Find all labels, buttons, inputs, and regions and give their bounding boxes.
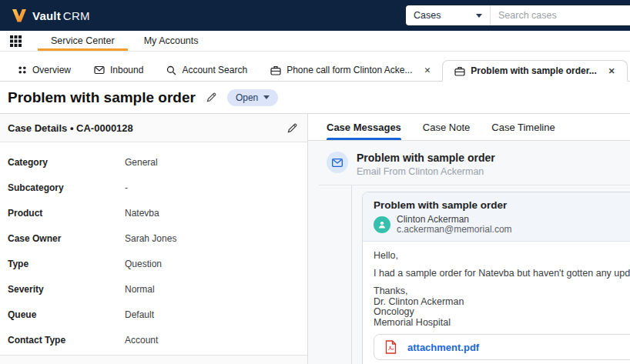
case-messages-content: Problem with sample order Email From Cli…: [308, 141, 630, 364]
thread-header-text: Problem with sample order Email From Cli…: [357, 152, 495, 177]
tab-overview[interactable]: Overview: [6, 59, 82, 81]
field-type: Type Question: [0, 251, 307, 276]
closing-line: Memorial Hospital: [374, 318, 630, 329]
main-content: Case Details • CA-0000128 Category Gener…: [0, 114, 630, 364]
sender-email: c.ackerman@memorial.com: [397, 225, 512, 235]
field-label: Product: [8, 208, 125, 219]
message-body: Hello, I had a sample order for Natevba …: [363, 242, 630, 364]
field-value: Natevba: [125, 208, 159, 219]
field-label: Contact Type: [8, 335, 125, 346]
field-value: General: [125, 157, 158, 168]
tab-label: Case Note: [423, 122, 470, 133]
tab-label: Inbound: [110, 65, 143, 75]
field-label: Subcategory: [8, 182, 125, 193]
field-value: Normal: [125, 284, 155, 295]
global-search: Cases: [406, 5, 630, 25]
field-severity: Severity Normal: [0, 276, 307, 302]
email-message-card: Problem with sample order Clinton Ac: [362, 192, 630, 364]
field-contact-type: Contact Type Account: [0, 327, 307, 352]
workspace-tab-bar: Overview Inbound Account Search Phone ca…: [0, 52, 630, 82]
message-thread-item: Problem with sample order Clinton Ac: [351, 185, 630, 364]
closing-line: Thanks,: [374, 286, 630, 297]
thread-subtitle: Email From Clinton Ackerman: [357, 166, 495, 177]
thread-title: Problem with sample order: [357, 152, 495, 164]
brand-text: VaultCRM: [32, 9, 90, 22]
inbox-icon: [94, 65, 105, 75]
app-nav: Service Center My Accounts: [0, 31, 630, 52]
edit-title-pencil-icon[interactable]: [206, 92, 217, 103]
tab-problem-with-sample-order[interactable]: Problem with sample order... ✕: [442, 60, 627, 82]
tab-label: Problem with sample order...: [471, 65, 596, 76]
case-fields: Category General Subcategory - Product N…: [0, 142, 307, 352]
tab-case-note[interactable]: Case Note: [423, 114, 470, 140]
vault-crm-logo: VaultCRM: [11, 8, 90, 23]
field-value: Question: [125, 259, 162, 269]
tab-label: Phone call form Clinton Acke...: [287, 65, 412, 75]
case-status-badge[interactable]: Open: [227, 89, 278, 106]
field-value: -: [125, 182, 128, 193]
tab-inbound[interactable]: Inbound: [82, 59, 155, 81]
tab-case-messages[interactable]: Case Messages: [327, 114, 401, 140]
app-tab-service-center[interactable]: Service Center: [36, 31, 129, 51]
app-launcher-icon[interactable]: [9, 31, 22, 51]
pdf-file-icon: [385, 340, 397, 354]
tab-label: Account Search: [182, 65, 247, 75]
tab-label: Case Timeline: [491, 122, 555, 133]
closing-line: Dr. Clinton Ackerman: [374, 297, 630, 308]
search-icon: [166, 65, 176, 75]
app-tab-my-accounts[interactable]: My Accounts: [129, 31, 213, 51]
chevron-down-icon: [476, 14, 482, 18]
sender-avatar: [374, 216, 390, 233]
tab-account-search[interactable]: Account Search: [155, 59, 259, 81]
tab-label: Case Messages: [327, 122, 401, 133]
tab-question-about-sample[interactable]: Question about sample or: [628, 59, 630, 81]
field-label: Category: [8, 157, 125, 168]
page-title: Problem with sample order: [8, 89, 196, 106]
sender-info: Clinton Ackerman c.ackerman@memorial.com: [397, 215, 512, 235]
case-panel-tabs: Case Messages Case Note Case Timeline: [308, 114, 630, 141]
sender-row: Clinton Ackerman c.ackerman@memorial.com: [374, 215, 630, 235]
field-label: Queue: [8, 309, 125, 320]
tab-phone-call-form[interactable]: Phone call form Clinton Acke... ✕: [259, 59, 442, 81]
search-scope-select[interactable]: Cases: [406, 5, 490, 25]
body-greeting: Hello,: [374, 251, 630, 261]
field-queue: Queue Default: [0, 302, 307, 327]
status-label: Open: [236, 92, 258, 103]
case-details-title: Case Details • CA-0000128: [8, 122, 133, 134]
field-value: Sarah Jones: [125, 233, 176, 244]
body-closing: Thanks, Dr. Clinton Ackerman Oncology Me…: [374, 286, 630, 328]
page-title-row: Problem with sample order Open: [0, 82, 630, 114]
close-icon[interactable]: ✕: [424, 65, 431, 75]
tab-label: Overview: [32, 65, 71, 75]
case-details-header: Case Details • CA-0000128: [0, 114, 307, 142]
vault-crm-app: VaultCRM Cases Service Center My Ac: [0, 0, 630, 364]
attachment-chip[interactable]: attachment.pdf: [374, 334, 630, 360]
tab-case-timeline[interactable]: Case Timeline: [491, 114, 555, 140]
field-value: Account: [125, 335, 158, 346]
app-tab-label: My Accounts: [144, 35, 199, 46]
field-case-owner: Case Owner Sarah Jones: [0, 225, 307, 251]
grid-dots-icon: [18, 65, 27, 75]
section-divider: [0, 355, 307, 364]
close-icon[interactable]: ✕: [608, 66, 615, 75]
field-value: Default: [125, 309, 154, 320]
field-label: Case Owner: [8, 233, 125, 244]
edit-case-pencil-icon[interactable]: [287, 122, 298, 134]
field-label: Severity: [8, 284, 125, 295]
case-icon: [454, 66, 465, 76]
chevron-down-icon: [263, 95, 270, 99]
app-tab-label: Service Center: [51, 35, 115, 46]
attachment-link[interactable]: attachment.pdf: [407, 342, 479, 353]
search-input[interactable]: [490, 5, 630, 25]
field-label: Type: [8, 259, 125, 269]
body-paragraph: I had a sample order for Natevba but hav…: [374, 269, 630, 279]
top-navbar: VaultCRM Cases: [0, 0, 630, 31]
field-category: Category General: [0, 149, 307, 175]
message-header: Problem with sample order Clinton Ac: [363, 192, 630, 242]
case-messages-panel: Case Messages Case Note Case Timeline: [308, 114, 630, 364]
case-icon: [270, 65, 281, 75]
field-subcategory: Subcategory -: [0, 175, 307, 200]
thread-header: Problem with sample order Email From Cli…: [308, 141, 630, 177]
email-icon: [327, 152, 348, 173]
search-scope-value: Cases: [414, 10, 441, 21]
